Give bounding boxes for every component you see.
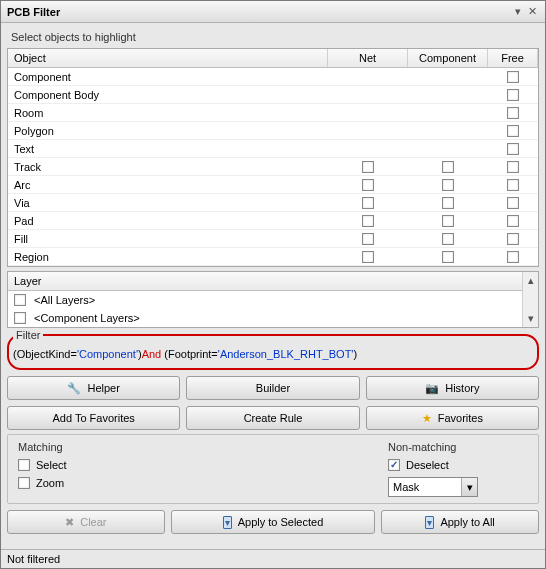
- header-layer[interactable]: Layer: [8, 272, 522, 291]
- header-component[interactable]: Component: [408, 49, 488, 67]
- filter-expression[interactable]: (ObjectKind='Component')And (Footprint='…: [13, 348, 533, 362]
- cell-net: [328, 197, 408, 209]
- history-button[interactable]: History: [366, 376, 539, 400]
- button-label: Clear: [80, 516, 106, 528]
- favorites-button[interactable]: Favorites: [366, 406, 539, 430]
- mask-value: Mask: [389, 481, 461, 493]
- table-row[interactable]: Region: [8, 248, 538, 266]
- free-checkbox[interactable]: [507, 89, 519, 101]
- table-row[interactable]: Pad: [8, 212, 538, 230]
- layer-row[interactable]: <All Layers>: [8, 291, 522, 309]
- net-checkbox[interactable]: [362, 179, 374, 191]
- object-name: Fill: [8, 233, 328, 245]
- header-net[interactable]: Net: [328, 49, 408, 67]
- mask-combo[interactable]: Mask ▾: [388, 477, 478, 497]
- table-row[interactable]: Text: [8, 140, 538, 158]
- filter-text-seg: And: [142, 348, 162, 360]
- cell-net: [328, 215, 408, 227]
- component-checkbox[interactable]: [442, 233, 454, 245]
- layer-label: <All Layers>: [34, 294, 95, 306]
- clear-icon: ✖: [65, 516, 74, 529]
- cell-free: [488, 251, 538, 263]
- table-row[interactable]: Via: [8, 194, 538, 212]
- scroll-up-icon[interactable]: ▴: [528, 274, 534, 287]
- pin-icon[interactable]: ▾: [511, 5, 525, 19]
- free-checkbox[interactable]: [507, 143, 519, 155]
- button-label: History: [445, 382, 479, 394]
- cell-net: [328, 251, 408, 263]
- button-label: Builder: [256, 382, 290, 394]
- free-checkbox[interactable]: [507, 125, 519, 137]
- net-checkbox[interactable]: [362, 233, 374, 245]
- nonmatching-title: Non-matching: [388, 441, 528, 453]
- add-to-favorites-button[interactable]: Add To Favorites: [7, 406, 180, 430]
- helper-button[interactable]: Helper: [7, 376, 180, 400]
- net-checkbox[interactable]: [362, 161, 374, 173]
- free-checkbox[interactable]: [507, 215, 519, 227]
- cell-component: [408, 179, 488, 191]
- pcb-filter-panel: PCB Filter ▾ ✕ Select objects to highlig…: [0, 0, 546, 569]
- component-checkbox[interactable]: [442, 251, 454, 263]
- free-checkbox[interactable]: [507, 233, 519, 245]
- table-row[interactable]: Polygon: [8, 122, 538, 140]
- net-checkbox[interactable]: [362, 251, 374, 263]
- cell-free: [488, 215, 538, 227]
- cell-net: [328, 161, 408, 173]
- object-name: Room: [8, 107, 328, 119]
- object-grid: Object Net Component Free ComponentCompo…: [7, 48, 539, 267]
- zoom-checkbox[interactable]: [18, 477, 30, 489]
- select-checkbox[interactable]: [18, 459, 30, 471]
- cell-net: [328, 179, 408, 191]
- component-checkbox[interactable]: [442, 197, 454, 209]
- button-label: Helper: [87, 382, 119, 394]
- apply-to-all-button[interactable]: Apply to All: [381, 510, 539, 534]
- apply-to-selected-button[interactable]: Apply to Selected: [171, 510, 375, 534]
- create-rule-button[interactable]: Create Rule: [186, 406, 359, 430]
- deselect-checkbox[interactable]: [388, 459, 400, 471]
- table-row[interactable]: Room: [8, 104, 538, 122]
- object-name: Region: [8, 251, 328, 263]
- layer-checkbox[interactable]: [14, 294, 26, 306]
- free-checkbox[interactable]: [507, 179, 519, 191]
- close-icon[interactable]: ✕: [525, 5, 539, 19]
- cell-component: [408, 215, 488, 227]
- zoom-label: Zoom: [36, 477, 64, 489]
- header-free[interactable]: Free: [488, 49, 538, 67]
- layer-scrollbar[interactable]: ▴ ▾: [522, 272, 538, 327]
- table-row[interactable]: Component: [8, 68, 538, 86]
- table-row[interactable]: Track: [8, 158, 538, 176]
- free-checkbox[interactable]: [507, 251, 519, 263]
- table-row[interactable]: Component Body: [8, 86, 538, 104]
- free-checkbox[interactable]: [507, 197, 519, 209]
- object-name: Polygon: [8, 125, 328, 137]
- object-name: Arc: [8, 179, 328, 191]
- net-checkbox[interactable]: [362, 215, 374, 227]
- cell-free: [488, 233, 538, 245]
- net-checkbox[interactable]: [362, 197, 374, 209]
- component-checkbox[interactable]: [442, 215, 454, 227]
- free-checkbox[interactable]: [507, 161, 519, 173]
- filter-text-seg: 'Component': [77, 348, 138, 360]
- layer-row[interactable]: <Component Layers>: [8, 309, 522, 327]
- layer-checkbox[interactable]: [14, 312, 26, 324]
- cell-free: [488, 107, 538, 119]
- status-text: Not filtered: [7, 553, 60, 565]
- free-checkbox[interactable]: [507, 107, 519, 119]
- cell-component: [408, 251, 488, 263]
- grid-header: Object Net Component Free: [8, 49, 538, 68]
- chevron-down-icon[interactable]: ▾: [461, 478, 477, 496]
- title-bar: PCB Filter ▾ ✕: [1, 1, 545, 23]
- builder-button[interactable]: Builder: [186, 376, 359, 400]
- window-title: PCB Filter: [7, 6, 511, 18]
- header-object[interactable]: Object: [8, 49, 328, 67]
- table-row[interactable]: Fill: [8, 230, 538, 248]
- free-checkbox[interactable]: [507, 71, 519, 83]
- clear-button[interactable]: ✖Clear: [7, 510, 165, 534]
- table-row[interactable]: Arc: [8, 176, 538, 194]
- component-checkbox[interactable]: [442, 161, 454, 173]
- camera-icon: [425, 382, 439, 395]
- component-checkbox[interactable]: [442, 179, 454, 191]
- scroll-down-icon[interactable]: ▾: [528, 312, 534, 325]
- cell-free: [488, 89, 538, 101]
- grid-body: ComponentComponent BodyRoomPolygonTextTr…: [8, 68, 538, 266]
